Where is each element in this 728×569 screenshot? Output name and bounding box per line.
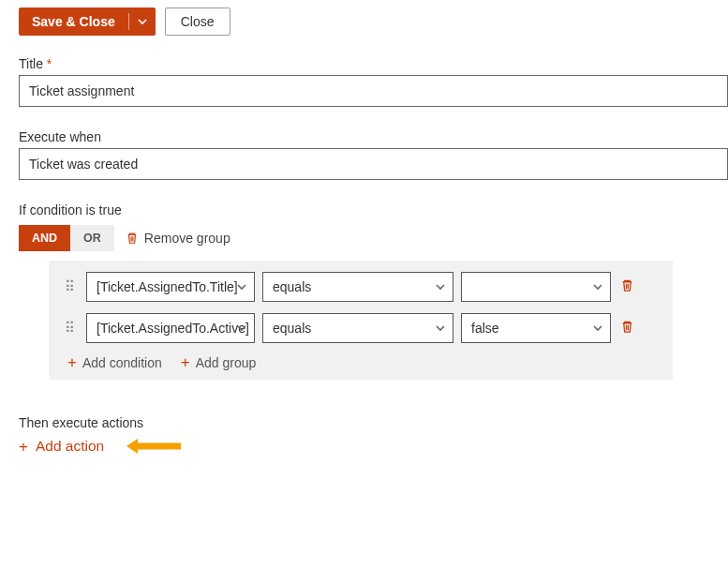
toolbar: Save & Close Close <box>19 7 728 36</box>
logic-and[interactable]: AND <box>19 225 70 251</box>
close-button[interactable]: Close <box>165 7 230 36</box>
condition-field-dropdown[interactable]: [Ticket.AssignedTo.Title] <box>86 272 255 302</box>
condition-op-value: equals <box>273 321 311 336</box>
chevron-down-icon <box>138 17 147 26</box>
plus-icon: + <box>181 354 190 370</box>
add-action-label: Add action <box>36 438 104 455</box>
actions-heading: Then execute actions <box>19 415 728 430</box>
save-and-close-button[interactable]: Save & Close <box>19 7 128 36</box>
condition-field-value: [Ticket.AssignedTo.Title] <box>97 279 238 294</box>
execute-when-input[interactable] <box>19 148 728 180</box>
condition-field-dropdown[interactable]: [Ticket.AssignedTo.Active] <box>86 313 255 343</box>
title-label: Title * <box>19 56 728 71</box>
condition-row: ⠿ [Ticket.AssignedTo.Title] equals <box>62 272 660 302</box>
execute-when-label: Execute when <box>19 129 728 144</box>
condition-value-dropdown[interactable]: false <box>461 313 611 343</box>
plus-icon: + <box>67 354 77 370</box>
delete-row-button[interactable] <box>620 320 634 337</box>
chevron-down-icon <box>436 282 445 292</box>
condition-op-value: equals <box>273 279 311 294</box>
annotation-arrow <box>125 438 183 455</box>
chevron-down-icon <box>436 323 445 333</box>
add-action-link[interactable]: + Add action <box>19 438 728 455</box>
condition-op-dropdown[interactable]: equals <box>262 313 453 343</box>
logic-row: AND OR Remove group <box>19 225 728 251</box>
condition-add-links: + Add condition + Add group <box>62 354 660 370</box>
drag-handle-icon[interactable]: ⠿ <box>62 278 79 295</box>
condition-field-value: [Ticket.AssignedTo.Active] <box>97 321 249 336</box>
add-condition-link[interactable]: + Add condition <box>67 354 162 370</box>
required-asterisk: * <box>47 56 52 71</box>
chevron-down-icon <box>237 323 246 333</box>
condition-row: ⠿ [Ticket.AssignedTo.Active] equals fals… <box>62 313 660 343</box>
chevron-down-icon <box>593 282 602 292</box>
save-and-close-chevron[interactable] <box>129 7 156 36</box>
logic-or[interactable]: OR <box>70 225 114 251</box>
add-condition-label: Add condition <box>82 355 162 370</box>
title-input[interactable] <box>19 75 728 107</box>
condition-op-dropdown[interactable]: equals <box>262 272 453 302</box>
add-group-label: Add group <box>196 355 257 370</box>
trash-icon <box>620 320 634 334</box>
chevron-down-icon <box>593 323 602 333</box>
condition-value-text: false <box>471 321 499 336</box>
remove-group-link[interactable]: Remove group <box>126 231 230 246</box>
delete-row-button[interactable] <box>620 278 634 295</box>
plus-icon: + <box>19 439 28 455</box>
remove-group-label: Remove group <box>144 231 230 246</box>
chevron-down-icon <box>237 282 246 292</box>
trash-icon <box>126 232 139 245</box>
add-group-link[interactable]: + Add group <box>181 354 257 370</box>
save-and-close-split-button: Save & Close <box>19 7 156 36</box>
trash-icon <box>620 278 634 292</box>
conditions-heading: If condition is true <box>19 202 728 217</box>
logic-toggle: AND OR <box>19 225 114 251</box>
condition-value-dropdown[interactable] <box>461 272 611 302</box>
condition-group: ⠿ [Ticket.AssignedTo.Title] equals ⠿ [Ti… <box>49 261 673 380</box>
drag-handle-icon[interactable]: ⠿ <box>62 320 79 337</box>
